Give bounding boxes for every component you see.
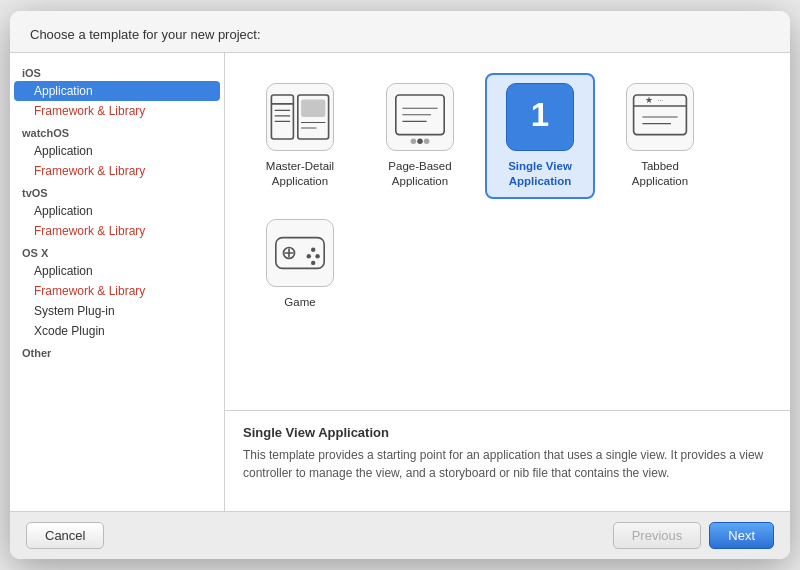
dialog: Choose a template for your new project: … bbox=[10, 11, 790, 559]
svg-point-28 bbox=[307, 254, 311, 258]
svg-text:★: ★ bbox=[645, 95, 653, 105]
template-item-page-based[interactable]: Page-Based Application bbox=[365, 73, 475, 199]
sidebar-section-osx: OS X bbox=[10, 241, 224, 261]
svg-text:···: ··· bbox=[658, 97, 664, 104]
description-panel: Single View Application This template pr… bbox=[225, 411, 790, 511]
tabbed-icon: ★ ··· bbox=[626, 83, 694, 151]
sidebar-section-other: Other bbox=[10, 341, 224, 361]
svg-rect-0 bbox=[271, 95, 293, 139]
sidebar-item-xcode-plugin[interactable]: Xcode Plugin bbox=[10, 321, 224, 341]
sidebar-item-application[interactable]: Application bbox=[10, 201, 224, 221]
cancel-button[interactable]: Cancel bbox=[26, 522, 104, 549]
svg-point-30 bbox=[311, 261, 315, 265]
page-based-icon bbox=[386, 83, 454, 151]
svg-point-27 bbox=[311, 247, 315, 251]
template-item-single-view[interactable]: 1 Single View Application bbox=[485, 73, 595, 199]
svg-point-12 bbox=[424, 138, 430, 144]
sidebar-item-framework---library[interactable]: Framework & Library bbox=[10, 101, 224, 121]
svg-point-10 bbox=[411, 138, 417, 144]
dialog-footer: Cancel Previous Next bbox=[10, 511, 790, 559]
template-item-game[interactable]: Game bbox=[245, 209, 355, 320]
template-item-master-detail[interactable]: Master-Detail Application bbox=[245, 73, 355, 199]
next-button[interactable]: Next bbox=[709, 522, 774, 549]
sidebar-item-application[interactable]: Application bbox=[14, 81, 220, 101]
sidebar-item-framework---library[interactable]: Framework & Library bbox=[10, 221, 224, 241]
sidebar-item-system-plug-in[interactable]: System Plug-in bbox=[10, 301, 224, 321]
sidebar: iOSApplicationFramework & LibrarywatchOS… bbox=[10, 53, 225, 511]
dialog-body: iOSApplicationFramework & LibrarywatchOS… bbox=[10, 53, 790, 511]
master-detail-icon bbox=[266, 83, 334, 151]
svg-point-29 bbox=[315, 254, 319, 258]
sidebar-item-framework---library[interactable]: Framework & Library bbox=[10, 281, 224, 301]
sidebar-section-tvos: tvOS bbox=[10, 181, 224, 201]
template-label-master-detail: Master-Detail Application bbox=[253, 159, 347, 189]
svg-rect-6 bbox=[301, 99, 325, 117]
single-view-icon: 1 bbox=[506, 83, 574, 151]
templates-grid: Master-Detail Application Page-Based App… bbox=[225, 53, 790, 411]
sidebar-section-watchos: watchOS bbox=[10, 121, 224, 141]
sidebar-section-ios: iOS bbox=[10, 61, 224, 81]
game-icon bbox=[266, 219, 334, 287]
template-label-single-view: Single View Application bbox=[493, 159, 587, 189]
template-label-tabbed: Tabbed Application bbox=[613, 159, 707, 189]
template-label-page-based: Page-Based Application bbox=[373, 159, 467, 189]
svg-point-11 bbox=[417, 138, 423, 144]
description-title: Single View Application bbox=[243, 425, 772, 440]
header-label: Choose a template for your new project: bbox=[30, 27, 261, 42]
template-label-game: Game bbox=[284, 295, 315, 310]
previous-button[interactable]: Previous bbox=[613, 522, 702, 549]
sidebar-item-application[interactable]: Application bbox=[10, 141, 224, 161]
content-area: Master-Detail Application Page-Based App… bbox=[225, 53, 790, 511]
description-text: This template provides a starting point … bbox=[243, 446, 772, 482]
dialog-header: Choose a template for your new project: bbox=[10, 11, 790, 53]
svg-text:1: 1 bbox=[531, 96, 549, 133]
footer-right: Previous Next bbox=[613, 522, 774, 549]
sidebar-item-application[interactable]: Application bbox=[10, 261, 224, 281]
sidebar-item-framework---library[interactable]: Framework & Library bbox=[10, 161, 224, 181]
template-item-tabbed[interactable]: ★ ··· Tabbed Application bbox=[605, 73, 715, 199]
